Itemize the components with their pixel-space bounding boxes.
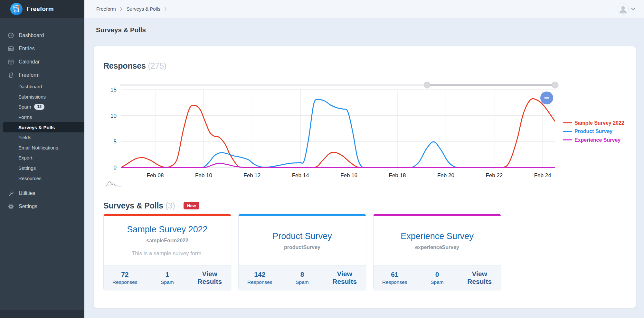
spam-label: Spam <box>431 279 444 285</box>
spam-number: 1 <box>166 271 169 278</box>
zoom-slider-handle[interactable] <box>552 82 558 88</box>
sidebar-item-entries[interactable]: Entries <box>0 42 84 55</box>
responses-heading-label: Responses <box>103 61 146 70</box>
surveys-count: (3) <box>166 201 175 210</box>
account-menu-button[interactable] <box>618 4 635 14</box>
calendar-icon: 3 <box>8 59 14 65</box>
sidebar-item-freeform-settings[interactable]: Settings <box>0 163 84 173</box>
freeform-logo-icon <box>10 3 23 15</box>
content-area: Surveys & Polls Responses (275) Feb 08Fe… <box>84 18 644 318</box>
page-title: Surveys & Polls <box>96 26 644 34</box>
sidebar-item-label: Calendar <box>19 59 40 65</box>
spam-label: Spam <box>296 279 309 285</box>
sidebar-subitem-label: Surveys & Polls <box>18 125 55 130</box>
sidebar-item-submissions[interactable]: Submissions <box>0 92 84 102</box>
survey-cards: Sample Survey 2022 sampleForm2022 This i… <box>103 214 501 290</box>
view-results-link[interactable]: View Results <box>323 270 366 285</box>
card-footer: 142 Responses 8 Spam View Results <box>239 265 366 290</box>
spam-stat: 8 Spam <box>281 271 324 285</box>
chevron-right-icon <box>165 7 167 11</box>
spam-number: 0 <box>435 271 439 278</box>
data-zoom-preview-icon[interactable] <box>105 181 122 186</box>
x-tick-label: Feb 12 <box>243 172 260 178</box>
app-logo-header[interactable]: Freeform <box>0 0 84 18</box>
survey-handle: productSurvey <box>284 245 320 250</box>
sidebar-item-calendar[interactable]: 3 Calendar <box>0 55 84 68</box>
sidebar-item-utilities[interactable]: Utilities <box>0 187 84 200</box>
gauge-icon <box>8 32 14 39</box>
sidebar-subitem-label: Fields <box>18 135 31 140</box>
responses-stat: 72 Responses <box>104 271 146 285</box>
survey-description: This is a sample survey form. <box>132 250 203 257</box>
y-tick-label: 15 <box>110 87 117 93</box>
wrench-icon <box>8 190 14 197</box>
sidebar-item-spam[interactable]: Spam 12 <box>0 102 84 112</box>
x-tick-label: Feb 20 <box>437 172 454 178</box>
surveys-section-header: Surveys & Polls (3) New <box>103 201 199 210</box>
sidebar-item-settings[interactable]: Settings <box>0 200 84 213</box>
sidebar-item-fields[interactable]: Fields <box>0 132 84 143</box>
survey-card: Product Survey productSurvey 142 Respons… <box>238 214 366 290</box>
responses-number: 142 <box>254 271 265 278</box>
card-footer: 61 Responses 0 Spam View Results <box>374 265 501 290</box>
view-results-link[interactable]: View Results <box>458 270 501 285</box>
sidebar-item-resources[interactable]: Resources <box>0 173 84 183</box>
responses-label: Responses <box>382 279 407 285</box>
sidebar-item-surveys-polls[interactable]: Surveys & Polls <box>3 122 84 132</box>
survey-title[interactable]: Experience Survey <box>401 231 474 241</box>
survey-title[interactable]: Product Survey <box>272 231 332 241</box>
svg-text:3: 3 <box>10 61 12 63</box>
view-results-link[interactable]: View Results <box>188 270 231 285</box>
legend-item[interactable]: Product Survey <box>574 129 612 134</box>
survey-card: Sample Survey 2022 sampleForm2022 This i… <box>103 214 231 290</box>
survey-title[interactable]: Sample Survey 2022 <box>127 225 208 235</box>
card-footer: 72 Responses 1 Spam View Results <box>104 265 231 290</box>
survey-handle: sampleForm2022 <box>146 238 188 244</box>
spam-count-badge: 12 <box>34 104 44 110</box>
series-line[interactable] <box>121 100 555 168</box>
responses-stat: 61 Responses <box>374 271 416 285</box>
zoom-slider-handle[interactable] <box>424 82 430 88</box>
card-body: Product Survey productSurvey <box>239 216 366 265</box>
gear-icon <box>8 203 14 210</box>
sidebar-item-email-notifications[interactable]: Email Notifications <box>0 143 84 153</box>
sidebar-item-forms[interactable]: Forms <box>0 112 84 122</box>
sidebar-subitem-label: Submissions <box>18 94 46 100</box>
sidebar-item-label: Utilities <box>19 190 35 196</box>
sidebar-item-freeform[interactable]: Freeform <box>0 68 84 82</box>
responses-stat: 142 Responses <box>239 271 281 285</box>
spam-label: Spam <box>161 279 174 285</box>
card-accent-bar <box>104 214 231 216</box>
x-tick-label: Feb 10 <box>195 172 212 178</box>
sidebar: Freeform Dashboard Entries 3 Calendar Fr… <box>0 0 84 318</box>
sidebar-subitem-label: Export <box>18 155 32 160</box>
breadcrumb-surveys-polls[interactable]: Surveys & Polls <box>127 6 160 12</box>
card-body: Sample Survey 2022 sampleForm2022 This i… <box>104 216 231 265</box>
series-line[interactable] <box>121 163 555 168</box>
responses-label: Responses <box>247 279 272 285</box>
x-tick-label: Feb 24 <box>534 172 551 178</box>
responses-number: 61 <box>391 271 398 278</box>
sidebar-item-export[interactable]: Export <box>0 153 84 163</box>
sidebar-item-freeform-dashboard[interactable]: Dashboard <box>0 82 84 92</box>
legend-item[interactable]: Experience Survey <box>574 137 620 143</box>
sidebar-footer <box>0 310 84 318</box>
responses-label: Responses <box>112 279 137 285</box>
breadcrumb: Freeform Surveys & Polls <box>96 6 167 12</box>
minus-icon <box>544 97 549 99</box>
legend-item[interactable]: Sample Survey 2022 <box>574 120 624 126</box>
responses-chart[interactable]: Feb 08Feb 10Feb 12Feb 14Feb 16Feb 18Feb … <box>94 79 636 191</box>
card-accent-bar <box>374 214 501 216</box>
series-line[interactable] <box>121 99 555 168</box>
card-accent-bar <box>239 214 366 216</box>
responses-number: 72 <box>121 271 128 278</box>
x-tick-label: Feb 18 <box>389 172 406 178</box>
sidebar-subitem-label: Dashboard <box>18 84 42 89</box>
y-tick-label: 0 <box>114 165 117 171</box>
responses-heading: Responses (275) <box>103 61 166 71</box>
form-icon <box>8 72 14 78</box>
sidebar-subitem-label: Resources <box>18 176 42 181</box>
avatar <box>618 4 629 14</box>
breadcrumb-freeform[interactable]: Freeform <box>96 6 116 12</box>
sidebar-item-dashboard[interactable]: Dashboard <box>0 29 84 42</box>
